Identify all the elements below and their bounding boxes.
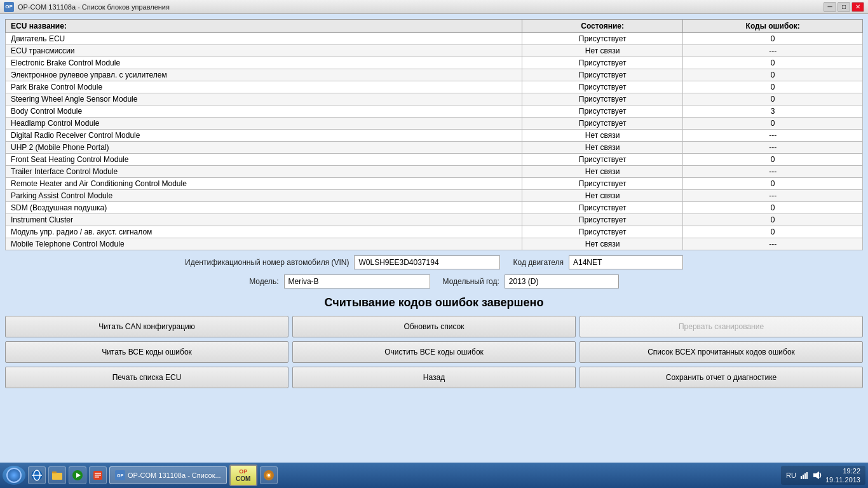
table-row[interactable]: ECU трансмиссииНет связи---: [6, 45, 863, 57]
table-row[interactable]: Steering Wheel Angle Sensor ModuleПрисут…: [6, 93, 863, 105]
engine-label: Код двигателя: [513, 258, 563, 267]
model-input[interactable]: [284, 274, 430, 288]
taskbar-media-icon[interactable]: [69, 466, 86, 484]
ecu-name-cell: Trailer Interface Control Module: [6, 166, 522, 178]
vin-input[interactable]: [354, 255, 500, 269]
clear-all-errors-button[interactable]: Очистить ВСЕ коды ошибок: [292, 341, 576, 363]
ecu-name-cell: Instrument Cluster: [6, 214, 522, 226]
vin-label: Идентификационный номер автомобиля (VIN): [185, 258, 349, 267]
table-row[interactable]: Body Control ModuleПрисутствует3: [6, 105, 863, 118]
ecu-status-cell: Нет связи: [522, 238, 682, 250]
table-row[interactable]: Trailer Interface Control ModuleНет связ…: [6, 166, 863, 178]
year-input[interactable]: [505, 274, 619, 288]
table-row[interactable]: Front Seat Heating Control ModuleПрисутс…: [6, 154, 863, 166]
ecu-errors-cell: 0: [683, 202, 863, 214]
ecu-errors-cell: ---: [683, 238, 863, 250]
ecu-status-cell: Нет связи: [522, 142, 682, 154]
taskbar-active-app[interactable]: OP OP-COM 131108a - Список...: [109, 466, 227, 484]
read-can-button[interactable]: Читать CAN конфигурацию: [5, 316, 288, 337]
ecu-errors-cell: 0: [683, 154, 863, 166]
svg-rect-14: [801, 476, 802, 479]
window-controls: ─ □ ✕: [824, 2, 864, 12]
ecu-name-cell: Электронное рулевое управл. с усилителем: [6, 69, 522, 81]
year-row: Модельный год:: [443, 274, 619, 288]
taskbar: OP OP-COM 131108a - Список... OP COM RU …: [0, 463, 868, 488]
ecu-name-cell: Steering Wheel Angle Sensor Module: [6, 93, 522, 105]
op-com-taskbar-button[interactable]: OP COM: [229, 464, 257, 486]
model-section: Модель: Модельный год:: [5, 274, 863, 288]
system-clock: 19:22 19.11.2013: [825, 466, 860, 485]
list-all-errors-button[interactable]: Список ВСЕХ прочитанных кодов ошибок: [580, 341, 863, 363]
year-label: Модельный год:: [443, 277, 499, 286]
ecu-status-cell: Присутствует: [522, 81, 682, 93]
ecu-name-cell: Remote Heater and Air Conditioning Contr…: [6, 178, 522, 190]
table-row[interactable]: Remote Heater and Air Conditioning Contr…: [6, 178, 863, 190]
taskbar-task-icon[interactable]: [89, 466, 107, 484]
read-all-errors-button[interactable]: Читать ВСЕ коды ошибок: [5, 341, 288, 363]
start-button[interactable]: [3, 466, 25, 485]
ecu-table: ECU название: Состояние: Коды ошибок: Дв…: [5, 19, 863, 250]
ecu-errors-cell: 0: [683, 178, 863, 190]
ecu-status-cell: Присутствует: [522, 57, 682, 69]
ecu-status-cell: Присутствует: [522, 69, 682, 81]
ecu-name-cell: Body Control Module: [6, 105, 522, 118]
table-row[interactable]: Электронное рулевое управл. с усилителем…: [6, 69, 863, 81]
active-app-icon: OP: [115, 470, 125, 480]
table-row[interactable]: Electronic Brake Control ModuleПрисутств…: [6, 57, 863, 69]
ecu-name-cell: Двигатель ECU: [6, 33, 522, 45]
ecu-errors-cell: 0: [683, 57, 863, 69]
ecu-status-cell: Присутствует: [522, 93, 682, 105]
table-row[interactable]: Parking Assist Control ModuleНет связи--…: [6, 190, 863, 202]
save-report-button[interactable]: Сохранить отчет о диагностике: [580, 367, 863, 388]
model-label: Модель:: [249, 277, 278, 286]
app-icon: OP: [4, 2, 14, 12]
table-row[interactable]: SDM (Воздушная подушка)Присутствует0: [6, 202, 863, 214]
ecu-errors-cell: ---: [683, 142, 863, 154]
engine-row: Код двигателя: [513, 255, 682, 269]
main-content: ECU название: Состояние: Коды ошибок: Дв…: [0, 14, 868, 463]
ecu-status-cell: Нет связи: [522, 45, 682, 57]
title-bar: OP OP-COM 131108a - Список блоков управл…: [0, 0, 868, 14]
table-row[interactable]: Instrument ClusterПрисутствует0: [6, 214, 863, 226]
ecu-errors-cell: 0: [683, 81, 863, 93]
print-ecu-button[interactable]: Печать списка ECU: [5, 367, 288, 388]
ecu-name-cell: Mobile Telephone Control Module: [6, 238, 522, 250]
svg-rect-10: [95, 477, 99, 478]
model-row: Модель:: [249, 274, 430, 288]
svg-rect-18: [813, 473, 816, 477]
maximize-button[interactable]: □: [837, 2, 850, 12]
op-com-bottom-label: COM: [236, 475, 250, 482]
table-row[interactable]: UHP 2 (Mobile Phone Portal)Нет связи---: [6, 142, 863, 154]
ecu-status-cell: Присутствует: [522, 154, 682, 166]
taskbar-ie-icon[interactable]: [28, 466, 46, 484]
ecu-errors-cell: ---: [683, 166, 863, 178]
system-tray: RU 19:22 19.11.2013: [781, 466, 865, 485]
engine-input[interactable]: [569, 255, 683, 269]
refresh-button[interactable]: Обновить список: [292, 316, 576, 337]
svg-rect-8: [95, 473, 101, 474]
svg-rect-17: [806, 472, 808, 479]
ecu-errors-cell: ---: [683, 190, 863, 202]
ecu-status-cell: Присутствует: [522, 105, 682, 118]
ecu-errors-cell: 0: [683, 226, 863, 238]
table-row[interactable]: Mobile Telephone Control ModuleНет связи…: [6, 238, 863, 250]
table-row[interactable]: Park Brake Control ModuleПрисутствует0: [6, 81, 863, 93]
ecu-status-cell: Нет связи: [522, 166, 682, 178]
ecu-status-cell: Присутствует: [522, 214, 682, 226]
table-row[interactable]: Двигатель ECUПрисутствует0: [6, 33, 863, 45]
taskbar-folder-icon[interactable]: [48, 466, 66, 484]
close-button[interactable]: ✕: [851, 2, 864, 12]
stop-scan-button[interactable]: Прервать сканирование: [580, 316, 863, 337]
svg-rect-15: [803, 475, 804, 479]
table-row[interactable]: Headlamp Control ModuleПрисутствует0: [6, 118, 863, 130]
taskbar-paint-icon[interactable]: [260, 466, 278, 484]
table-row[interactable]: Digital Radio Receiver Control ModuleНет…: [6, 130, 863, 142]
svg-point-13: [268, 474, 270, 477]
ecu-name-cell: Headlamp Control Module: [6, 118, 522, 130]
ecu-errors-cell: ---: [683, 130, 863, 142]
minimize-button[interactable]: ─: [824, 2, 836, 12]
table-row[interactable]: Модуль упр. радио / ав. акуст. сигналомП…: [6, 226, 863, 238]
ecu-name-cell: SDM (Воздушная подушка): [6, 202, 522, 214]
ecu-status-cell: Присутствует: [522, 33, 682, 45]
back-button[interactable]: Назад: [292, 367, 576, 388]
